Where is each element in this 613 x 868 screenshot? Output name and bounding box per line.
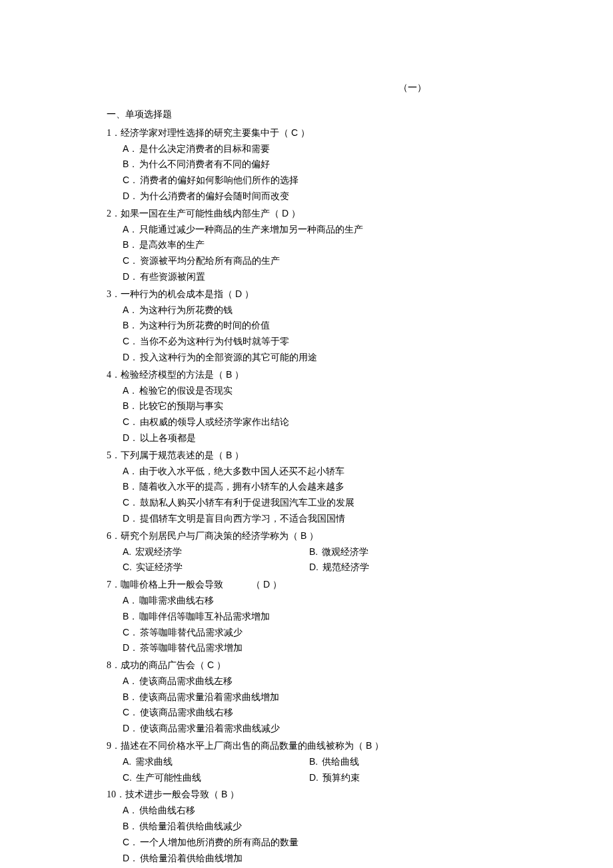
closing-paren: ）	[301, 128, 310, 138]
option-text: 提倡轿车文明是盲目向西方学习，不适合我国国情	[140, 514, 345, 524]
options-list: A．供给曲线右移B．供给量沿着供给曲线减少C．一个人增加他所消费的所有商品的数量…	[107, 803, 533, 866]
option: D. 预算约束	[309, 770, 496, 786]
option-letter: A．	[123, 224, 138, 234]
option: C. 生产可能性曲线	[123, 770, 309, 786]
option: A．供给曲线右移	[123, 803, 533, 819]
option: D．有些资源被闲置	[123, 269, 533, 285]
option-letter: C.	[123, 772, 135, 783]
option: D．以上各项都是	[123, 430, 533, 446]
option-letter: B．	[123, 320, 138, 330]
option-text: 咖啡需求曲线右移	[139, 596, 214, 606]
answer-letter: B	[298, 530, 309, 541]
option: A．只能通过减少一种商品的生产来增加另一种商品的生产	[123, 222, 533, 238]
question-stem: 8．成功的商品广告会（ C ）	[107, 657, 533, 673]
question: 8．成功的商品广告会（ C ）A．使该商品需求曲线左移B．使该商品需求量沿着需求…	[107, 657, 533, 737]
option: B．供给量沿着供给曲线减少	[123, 819, 533, 835]
question-stem: 4．检验经济模型的方法是（ B ）	[107, 367, 533, 383]
option-letter: A．	[123, 385, 138, 396]
question-number: 10．	[107, 789, 125, 799]
question-text: 检验经济模型的方法是（	[121, 370, 223, 380]
question-text: 经济学家对理性选择的研究主要集中于（	[121, 128, 289, 138]
option: D．为什么消费者的偏好会随时间而改变	[123, 189, 533, 205]
answer-letter: C	[289, 127, 301, 138]
option: C．资源被平均分配给所有商品的生产	[123, 253, 533, 269]
question-stem: 9．描述在不同价格水平上厂商出售的商品数量的曲线被称为（ B ）	[107, 738, 533, 754]
question: 6．研究个别居民户与厂商决策的经济学称为（ B ）A. 宏观经济学B. 微观经济…	[107, 528, 533, 576]
options-grid: A. 需求曲线B. 供给曲线C. 生产可能性曲线D. 预算约束	[123, 754, 533, 786]
question: 3．一种行为的机会成本是指（ D ）A．为这种行为所花费的钱B．为这种行为所花费…	[107, 286, 533, 366]
question-stem: 2．如果一国在生产可能性曲线内部生产（ D ）	[107, 206, 533, 222]
option: C．当你不必为这种行为付钱时就等于零	[123, 334, 533, 350]
option: A. 宏观经济学	[123, 544, 309, 560]
option-text: 使该商品需求曲线左移	[139, 676, 233, 686]
option-text: 只能通过减少一种商品的生产来增加另一种商品的生产	[139, 224, 363, 234]
question-stem: 1．经济学家对理性选择的研究主要集中于（ C ）	[107, 125, 533, 141]
option-letter: B．	[123, 691, 138, 702]
answer-letter: D	[261, 579, 273, 590]
option: B. 微观经济学	[309, 544, 496, 560]
option-text: 由权威的领导人或经济学家作出结论	[140, 417, 289, 427]
option-letter: A．	[123, 675, 138, 686]
option: C．消费者的偏好如何影响他们所作的选择	[123, 173, 533, 189]
option-text: 一个人增加他所消费的所有商品的数量	[140, 837, 299, 847]
option-letter: A．	[123, 595, 138, 606]
answer-letter: D	[233, 288, 245, 299]
option-text: 资源被平均分配给所有商品的生产	[140, 256, 280, 266]
question-stem: 5．下列属于规范表述的是（ B ）	[107, 448, 533, 464]
option: B．咖啡伴侣等咖啡互补品需求增加	[123, 609, 533, 625]
answer-letter: B	[363, 740, 374, 751]
question-stem: 3．一种行为的机会成本是指（ D ）	[107, 286, 533, 302]
question: 7．咖啡价格上升一般会导致 （ D ）A．咖啡需求曲线右移B．咖啡伴侣等咖啡互补…	[107, 577, 533, 656]
options-list: A．为这种行为所花费的钱B．为这种行为所花费的时间的价值C．当你不必为这种行为付…	[107, 302, 533, 366]
option-letter: C．	[123, 627, 139, 638]
option-text: 为这种行为所花费的时间的价值	[139, 320, 270, 330]
options-list: A．是什么决定消费者的目标和需要B．为什么不同消费者有不同的偏好C．消费者的偏好…	[107, 141, 533, 205]
question-number: 7．	[107, 580, 121, 590]
option-text: 使该商品需求量沿着需求曲线减少	[140, 723, 280, 733]
options-list: A．检验它的假设是否现实B．比较它的预期与事实C．由权威的领导人或经济学家作出结…	[107, 383, 533, 446]
option-letter: C．	[123, 837, 139, 847]
option-text: 茶等咖啡替代品需求增加	[140, 643, 243, 653]
option: C．一个人增加他所消费的所有商品的数量	[123, 835, 533, 851]
option-letter: A．	[123, 466, 138, 476]
option-letter: D．	[123, 853, 139, 863]
option-text: 实证经济学	[136, 562, 183, 572]
option: C．使该商品需求曲线右移	[123, 705, 533, 721]
option: D．提倡轿车文明是盲目向西方学习，不适合我国国情	[123, 511, 533, 527]
option-letter: C．	[123, 336, 139, 346]
option: C．茶等咖啡替代品需求减少	[123, 625, 533, 641]
option: B．是高效率的生产	[123, 237, 533, 253]
question-number: 9．	[107, 741, 121, 751]
options-list: A．只能通过减少一种商品的生产来增加另一种商品的生产B．是高效率的生产C．资源被…	[107, 222, 533, 285]
option-letter: A．	[123, 143, 138, 154]
question-text: 技术进步一般会导致（	[125, 789, 219, 799]
option-letter: D．	[123, 352, 139, 362]
option: B. 供给曲线	[309, 754, 496, 770]
option-letter: B.	[309, 756, 320, 767]
option-text: 为什么消费者的偏好会随时间而改变	[140, 191, 289, 201]
question-number: 5．	[107, 450, 121, 460]
option-letter: B.	[309, 546, 320, 557]
option-text: 供给量沿着供给曲线增加	[140, 853, 243, 863]
option-text: 随着收入水平的提高，拥有小轿车的人会越来越多	[139, 482, 344, 492]
option: B．比较它的预期与事实	[123, 398, 533, 414]
option-text: 咖啡伴侣等咖啡互补品需求增加	[139, 612, 270, 622]
option-text: 比较它的预期与事实	[139, 401, 223, 411]
option-letter: B．	[123, 821, 138, 831]
option: B．使该商品需求量沿着需求曲线增加	[123, 689, 533, 705]
option-letter: A.	[123, 546, 134, 557]
options-list: A．咖啡需求曲线右移B．咖啡伴侣等咖啡互补品需求增加C．茶等咖啡替代品需求减少D…	[107, 593, 533, 656]
question: 2．如果一国在生产可能性曲线内部生产（ D ）A．只能通过减少一种商品的生产来增…	[107, 206, 533, 285]
option: B．随着收入水平的提高，拥有小轿车的人会越来越多	[123, 479, 533, 495]
option-letter: A．	[123, 304, 138, 315]
question-text: 成功的商品广告会（	[121, 660, 205, 670]
option-text: 有些资源被闲置	[140, 272, 205, 282]
option-letter: A.	[123, 756, 134, 767]
option: C. 实证经济学	[123, 560, 309, 576]
question-text: 下列属于规范表述的是（	[121, 450, 223, 460]
closing-paren: ）	[235, 450, 244, 460]
option-letter: D．	[123, 723, 139, 733]
answer-letter: D	[279, 208, 291, 218]
option-letter: C．	[123, 416, 139, 427]
option-text: 供给曲线右移	[139, 805, 195, 815]
